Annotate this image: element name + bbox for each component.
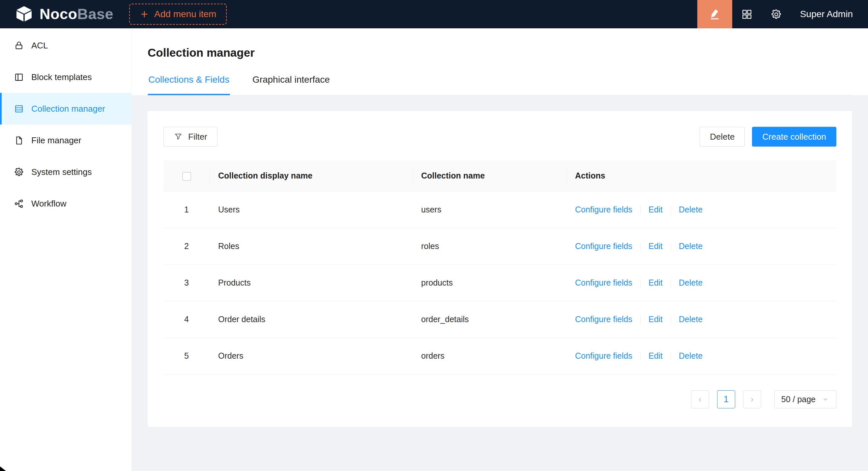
action-divider: [671, 315, 671, 324]
filter-funnel-icon: [174, 132, 183, 141]
user-menu[interactable]: Super Admin: [791, 9, 868, 20]
edit-link[interactable]: Edit: [649, 241, 663, 251]
settings-sidebar: ACL Block templates Collection manager F…: [0, 28, 132, 471]
action-divider: [640, 279, 641, 288]
bulk-delete-button[interactable]: Delete: [700, 127, 745, 146]
add-menu-item-label: Add menu item: [154, 9, 216, 20]
brand-name-light: Base: [78, 6, 114, 23]
select-all-checkbox[interactable]: [182, 172, 191, 181]
delete-link[interactable]: Delete: [679, 351, 703, 360]
collections-card: Filter Delete Create collection Coll: [148, 111, 852, 427]
cell-display-name: Products: [210, 265, 412, 301]
cell-actions: Configure fieldsEditDelete: [566, 265, 836, 301]
configure-fields-link[interactable]: Configure fields: [575, 351, 632, 360]
edit-link[interactable]: Edit: [649, 314, 663, 324]
screen-corner-artifact: [0, 466, 6, 471]
column-header-name: Collection name: [412, 160, 566, 191]
ui-editor-button[interactable]: [697, 0, 732, 28]
cell-name: users: [412, 191, 566, 228]
page-header: Collection manager Collections & Fields …: [132, 28, 868, 95]
cell-display-name: Roles: [210, 228, 412, 265]
sidebar-item-file-manager[interactable]: File manager: [0, 125, 131, 156]
nocobase-cube-icon: [14, 5, 34, 24]
table-row: 2 Roles roles Configure fieldsEditDelete: [163, 228, 836, 265]
action-divider: [671, 279, 671, 288]
cell-name: roles: [412, 228, 566, 265]
filter-button[interactable]: Filter: [163, 127, 217, 146]
sidebar-item-block-templates[interactable]: Block templates: [0, 61, 131, 93]
configure-fields-link[interactable]: Configure fields: [575, 205, 632, 214]
create-button-label: Create collection: [762, 132, 826, 142]
delete-link[interactable]: Delete: [679, 314, 703, 324]
action-divider: [640, 242, 641, 251]
configure-fields-link[interactable]: Configure fields: [575, 314, 632, 324]
highlighter-icon: [709, 8, 721, 21]
collection-table-icon: [14, 104, 24, 114]
cell-name: products: [412, 265, 566, 301]
page-size-select[interactable]: 50 / page: [774, 390, 836, 408]
next-page-button[interactable]: ›: [743, 390, 761, 408]
configure-fields-link[interactable]: Configure fields: [575, 241, 632, 251]
tab-collections-fields[interactable]: Collections & Fields: [148, 72, 230, 95]
header-actions: Super Admin: [697, 0, 868, 28]
table-row: 5 Orders orders Configure fieldsEditDele…: [163, 338, 836, 374]
create-collection-button[interactable]: Create collection: [752, 127, 836, 146]
cell-name: order_details: [412, 301, 566, 338]
content-area: Filter Delete Create collection Coll: [132, 95, 868, 471]
brand-logo[interactable]: NocoBase: [0, 5, 113, 24]
sidebar-item-acl[interactable]: ACL: [0, 30, 131, 61]
cell-display-name: Order details: [210, 301, 412, 338]
cell-actions: Configure fieldsEditDelete: [566, 338, 836, 374]
edit-link[interactable]: Edit: [649, 351, 663, 360]
row-index: 2: [163, 228, 210, 265]
tab-graphical-interface[interactable]: Graphical interface: [252, 72, 331, 95]
column-header-actions: Actions: [566, 160, 836, 191]
configure-fields-link[interactable]: Configure fields: [575, 278, 632, 287]
add-menu-item-button[interactable]: Add menu item: [129, 4, 227, 25]
plugin-manager-button[interactable]: [732, 0, 762, 28]
main-panel: Collection manager Collections & Fields …: [132, 28, 868, 471]
sidebar-item-label: Collection manager: [31, 104, 105, 114]
card-toolbar: Filter Delete Create collection: [163, 127, 836, 146]
lock-icon: [14, 40, 24, 51]
row-index: 5: [163, 338, 210, 374]
page-1-button[interactable]: 1: [717, 390, 735, 408]
sidebar-item-label: ACL: [31, 40, 48, 51]
page-size-value: 50 / page: [781, 395, 816, 404]
top-header: NocoBase Add menu item: [0, 0, 868, 28]
sidebar-item-label: System settings: [31, 167, 92, 177]
gear-icon: [14, 167, 24, 177]
brand-name: NocoBase: [39, 6, 113, 23]
action-divider: [640, 352, 641, 361]
delete-link[interactable]: Delete: [679, 278, 703, 287]
edit-link[interactable]: Edit: [649, 205, 663, 214]
prev-page-button[interactable]: ‹: [691, 390, 709, 408]
delete-link[interactable]: Delete: [679, 241, 703, 251]
cell-display-name: Users: [210, 191, 412, 228]
settings-center-button[interactable]: [762, 0, 791, 28]
action-divider: [671, 206, 671, 214]
delete-link[interactable]: Delete: [679, 205, 703, 214]
filter-button-label: Filter: [188, 132, 207, 142]
row-index: 4: [163, 301, 210, 338]
collections-table: Collection display name Collection name …: [163, 160, 836, 374]
cell-name: orders: [412, 338, 566, 374]
sidebar-item-label: File manager: [31, 135, 82, 145]
page-title: Collection manager: [148, 46, 852, 59]
row-index: 1: [163, 191, 210, 228]
file-icon: [14, 135, 24, 145]
tab-label: Graphical interface: [252, 74, 330, 85]
sidebar-item-collection-manager[interactable]: Collection manager: [0, 93, 131, 125]
sidebar-item-workflow[interactable]: Workflow: [0, 188, 131, 220]
chevron-down-icon: [822, 395, 830, 403]
cell-actions: Configure fieldsEditDelete: [566, 301, 836, 338]
gear-icon: [771, 8, 782, 20]
app-body: ACL Block templates Collection manager F…: [0, 28, 868, 471]
edit-link[interactable]: Edit: [649, 278, 663, 287]
cell-display-name: Orders: [210, 338, 412, 374]
select-all-header-cell: [163, 160, 210, 191]
blocks-grid-icon: [741, 8, 753, 20]
brand-name-bold: Noco: [39, 6, 78, 23]
action-divider: [640, 315, 641, 324]
sidebar-item-system-settings[interactable]: System settings: [0, 156, 131, 188]
